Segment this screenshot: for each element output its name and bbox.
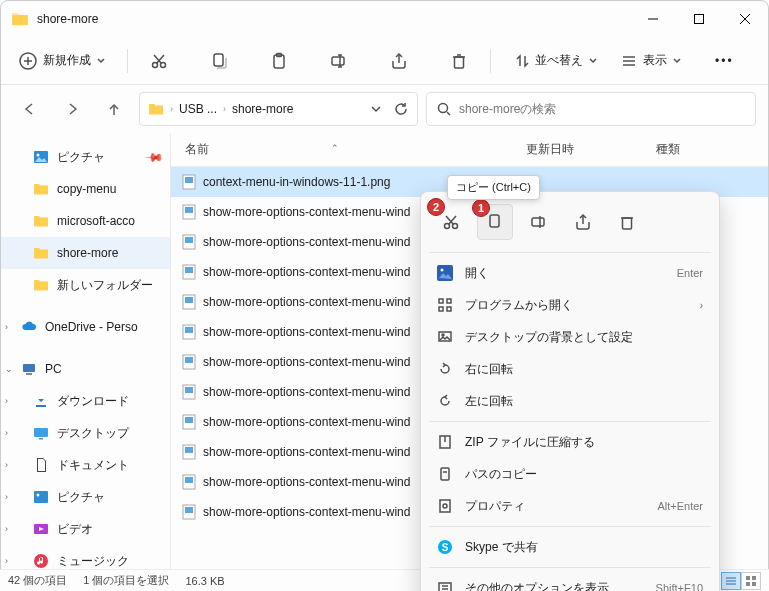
ctx-item-open-with[interactable]: プログラムから開く›: [421, 289, 719, 321]
svg-rect-69: [532, 218, 544, 226]
scissors-icon: [150, 52, 168, 70]
refresh-icon[interactable]: [393, 101, 409, 117]
column-name[interactable]: 名前⌃: [171, 141, 526, 158]
svg-rect-30: [23, 364, 35, 372]
image-file-icon: [181, 504, 197, 520]
download-icon: [33, 393, 49, 409]
sidebar-item-label: ミュージック: [57, 553, 129, 570]
ctx-delete-button[interactable]: [609, 204, 645, 240]
chevron-right-icon: ›: [5, 492, 8, 502]
ctx-item-more-options[interactable]: その他のオプションを表示Shift+F10: [421, 572, 719, 591]
sort-button[interactable]: 並べ替え: [503, 44, 607, 78]
copy-button[interactable]: [200, 44, 238, 78]
ctx-copy-button[interactable]: 1: [477, 204, 513, 240]
breadcrumb-seg-2[interactable]: shore-more: [232, 102, 293, 116]
file-name: show-more-options-context-menu-wind: [203, 445, 410, 459]
minimize-button[interactable]: [630, 1, 676, 37]
view-button[interactable]: 表示: [611, 44, 691, 78]
sidebar-item-pictures[interactable]: ピクチャ📌: [1, 141, 170, 173]
ctx-cut-button[interactable]: 2: [433, 204, 469, 240]
chevron-right-icon: ›: [5, 396, 8, 406]
file-name: show-more-options-context-menu-wind: [203, 235, 410, 249]
ctx-item-rotate-right[interactable]: 右に回転: [421, 353, 719, 385]
sidebar-item-downloads[interactable]: ›ダウンロード: [1, 385, 170, 417]
zip-icon: [437, 434, 453, 450]
new-button[interactable]: 新規作成: [9, 44, 115, 78]
sidebar-item-videos[interactable]: ›ビデオ: [1, 513, 170, 545]
context-menu-top-row: 2 1: [421, 200, 719, 248]
svg-rect-49: [185, 297, 193, 303]
svg-point-26: [439, 104, 448, 113]
document-icon: [33, 457, 49, 473]
sidebar-item-pc[interactable]: ⌄PC: [1, 353, 170, 385]
column-type[interactable]: 種類: [656, 141, 768, 158]
sidebar-item-label: shore-more: [57, 246, 118, 260]
address-bar-row: › USB ... › shore-more shore-moreの検索: [1, 85, 768, 133]
svg-rect-72: [623, 218, 632, 229]
details-view-button[interactable]: [721, 572, 741, 590]
ctx-item-open[interactable]: 開くEnter: [421, 257, 719, 289]
list-icon: [726, 576, 736, 586]
ctx-item-label: デスクトップの背景として設定: [465, 329, 633, 346]
ctx-item-label: その他のオプションを表示: [465, 580, 609, 592]
clipboard-icon: [270, 52, 288, 70]
more-button[interactable]: •••: [705, 44, 744, 78]
svg-rect-77: [447, 299, 451, 303]
sidebar-item-label: OneDrive - Perso: [45, 320, 138, 334]
ctx-item-skype[interactable]: SSkype で共有: [421, 531, 719, 563]
ctx-item-rotate-left[interactable]: 左に回転: [421, 385, 719, 417]
cut-button[interactable]: [140, 44, 178, 78]
sidebar-item-onedrive[interactable]: ›OneDrive - Perso: [1, 311, 170, 343]
sidebar-item-label: PC: [45, 362, 62, 376]
video-icon: [33, 521, 49, 537]
svg-rect-78: [439, 307, 443, 311]
picture-icon: [33, 149, 49, 165]
open-with-icon: [437, 297, 453, 313]
paste-button[interactable]: [260, 44, 298, 78]
navigation-pane: ピクチャ📌 copy-menu microsoft-acco shore-mor…: [1, 133, 171, 573]
svg-rect-57: [185, 417, 193, 423]
up-button[interactable]: [97, 92, 131, 126]
sidebar-item-new-folder[interactable]: 新しいフォルダー: [1, 269, 170, 301]
share-icon: [390, 52, 408, 70]
ctx-item-copy-path[interactable]: パスのコピー: [421, 458, 719, 490]
svg-rect-99: [752, 582, 756, 586]
column-date[interactable]: 更新日時: [526, 141, 656, 158]
rename-button[interactable]: [320, 44, 358, 78]
ctx-item-set-background[interactable]: デスクトップの背景として設定: [421, 321, 719, 353]
image-file-icon: [181, 384, 197, 400]
forward-button[interactable]: [55, 92, 89, 126]
ctx-item-zip[interactable]: ZIP ファイルに圧縮する: [421, 426, 719, 458]
sidebar-item-pictures-2[interactable]: ›ピクチャ: [1, 481, 170, 513]
sidebar-item-shore-more[interactable]: shore-more: [1, 237, 170, 269]
ctx-item-label: パスのコピー: [465, 466, 537, 483]
svg-rect-31: [26, 373, 32, 375]
close-button[interactable]: [722, 1, 768, 37]
delete-button[interactable]: [440, 44, 478, 78]
sidebar-item-desktop[interactable]: ›デスクトップ: [1, 417, 170, 449]
properties-icon: [437, 498, 453, 514]
copy-icon: [486, 213, 504, 231]
breadcrumb-seg-1[interactable]: USB ...: [179, 102, 217, 116]
thumbnails-view-button[interactable]: [741, 572, 761, 590]
ctx-item-properties[interactable]: プロパティAlt+Enter: [421, 490, 719, 522]
svg-rect-97: [752, 576, 756, 580]
sidebar-item-label: 新しいフォルダー: [57, 277, 153, 294]
sidebar-item-microsoft-acco[interactable]: microsoft-acco: [1, 205, 170, 237]
chevron-down-icon[interactable]: [371, 104, 381, 114]
search-field[interactable]: shore-moreの検索: [426, 92, 756, 126]
shortcut-label: Shift+F10: [656, 582, 703, 591]
maximize-button[interactable]: [676, 1, 722, 37]
ctx-rename-button[interactable]: [521, 204, 557, 240]
sidebar-item-documents[interactable]: ›ドキュメント: [1, 449, 170, 481]
share-button[interactable]: [380, 44, 418, 78]
path-icon: [437, 466, 453, 482]
ctx-share-button[interactable]: [565, 204, 601, 240]
sidebar-item-copy-menu[interactable]: copy-menu: [1, 173, 170, 205]
svg-rect-32: [36, 405, 46, 407]
skype-icon: S: [437, 539, 453, 555]
sort-indicator-icon: ⌃: [331, 143, 339, 153]
address-bar[interactable]: › USB ... › shore-more: [139, 92, 418, 126]
back-button[interactable]: [13, 92, 47, 126]
svg-rect-33: [34, 428, 48, 437]
